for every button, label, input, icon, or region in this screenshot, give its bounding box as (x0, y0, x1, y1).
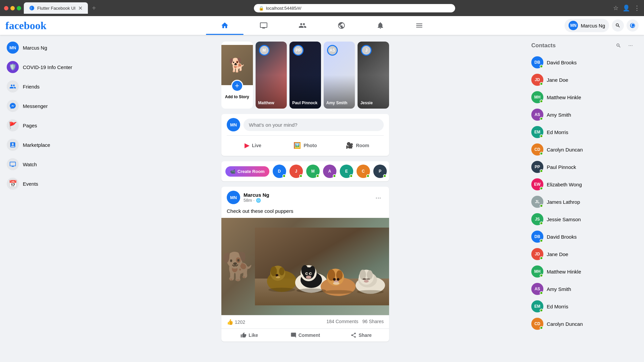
nav-friends[interactable] (284, 17, 321, 34)
contact-item[interactable]: AS Amy Smith (529, 280, 639, 298)
room-avatar-6[interactable]: C (357, 165, 370, 178)
left-sidebar: MN Marcus Ng 🛡️ COVID-19 Info Center Fri… (0, 35, 94, 362)
search-btn[interactable] (612, 19, 624, 32)
contact-online-dot (540, 222, 543, 225)
contacts-more-btn[interactable]: ··· (625, 40, 636, 51)
online-dot (333, 174, 336, 178)
nav-menu[interactable] (400, 17, 438, 34)
contact-name: Jane Doe (547, 77, 568, 83)
create-post-input[interactable]: What's on your mind? (244, 119, 384, 131)
contact-item[interactable]: JD Jane Doe (529, 245, 639, 263)
post-text: Check out these cool puppers (221, 208, 389, 218)
maximize-dot[interactable] (17, 6, 21, 10)
contact-item[interactable]: DB David Brooks (529, 228, 639, 245)
contact-online-dot (540, 239, 543, 242)
contact-avatar: CD (531, 318, 543, 330)
contact-avatar: MH (531, 265, 543, 278)
story-paul[interactable]: PP Paul Pinnock (289, 42, 321, 109)
sidebar-item-events[interactable]: 📅 Events (3, 174, 91, 193)
live-icon: ▶ (245, 142, 249, 149)
user-avatar: MN (569, 21, 578, 30)
create-post-top: MN What's on your mind? (227, 118, 384, 131)
share-btn[interactable]: Share (333, 329, 389, 342)
address-bar[interactable]: 🔒 localhost:54485/#/ (254, 4, 455, 12)
like-btn[interactable]: Like (221, 329, 277, 342)
messenger-btn[interactable] (627, 19, 639, 32)
close-dot[interactable] (4, 6, 8, 10)
post-card: MN Marcus Ng 58m · 🌐 ··· Check out these… (221, 187, 389, 342)
contact-avatar: EM (531, 126, 543, 138)
nav-watch[interactable] (245, 17, 282, 34)
tab-close-btn[interactable]: ✕ (78, 5, 83, 11)
room-avatar-1[interactable]: D (273, 165, 286, 178)
post-more-btn[interactable]: ··· (373, 192, 384, 203)
room-avatar-5[interactable]: E (340, 165, 353, 178)
profile-icon[interactable]: 👤 (623, 4, 630, 12)
globe-icon: 🌐 (256, 198, 261, 203)
svg-point-26 (337, 278, 339, 281)
browser-tab[interactable]: f Flutter Facebook UI ✕ (24, 2, 88, 14)
create-post-card: MN What's on your mind? ▶ Live 🖼️ Photo … (221, 114, 389, 156)
nav-groups[interactable] (323, 17, 360, 34)
sidebar-item-messenger[interactable]: Messenger (3, 97, 91, 115)
fb-logo[interactable]: facebook (5, 19, 86, 32)
story-add-btn[interactable]: + (231, 80, 243, 92)
contact-avatar: JD (531, 74, 543, 86)
contact-item[interactable]: DB David Brooks (529, 54, 639, 71)
contact-item[interactable]: MH Matthew Hinkle (529, 263, 639, 280)
contact-name: David Brooks (547, 60, 577, 65)
user-pill[interactable]: MN Marcus Ng (565, 19, 609, 32)
room-avatar-7[interactable]: P (373, 165, 387, 178)
contact-item[interactable]: EM Ed Morris (529, 123, 639, 141)
contact-online-dot (540, 169, 543, 173)
contact-item[interactable]: JD Jane Doe (529, 71, 639, 88)
live-action-btn[interactable]: ▶ Live (227, 139, 279, 152)
contact-item[interactable]: JS Jessie Samson (529, 210, 639, 228)
sidebar-item-marketplace[interactable]: Marketplace (3, 135, 91, 154)
story-matthew-name: Matthew (258, 101, 284, 105)
contact-item[interactable]: AS Amy Smith (529, 106, 639, 123)
contact-name: Ed Morris (547, 304, 568, 309)
nav-notifications[interactable] (362, 17, 399, 34)
story-matthew[interactable]: M Matthew (256, 42, 287, 109)
contact-avatar: EW (531, 178, 543, 190)
sidebar-item-friends[interactable]: Friends (3, 77, 91, 96)
story-jessie[interactable]: J Jessie (358, 42, 389, 109)
extensions-icon[interactable]: ⋮ (634, 4, 640, 12)
contact-name: David Brooks (547, 234, 577, 240)
sidebar-item-covid[interactable]: 🛡️ COVID-19 Info Center (3, 58, 91, 76)
room-action-btn[interactable]: 🎥 Room (331, 139, 384, 152)
contact-item[interactable]: EM Ed Morris (529, 298, 639, 315)
contact-name: Amy Smith (547, 286, 571, 292)
comment-btn[interactable]: Comment (277, 329, 333, 342)
nav-home[interactable] (206, 17, 244, 34)
photo-action-btn[interactable]: 🖼️ Photo (279, 139, 331, 152)
sidebar-item-pages[interactable]: 🚩 Pages (3, 116, 91, 135)
contact-item[interactable]: MH Matthew Hinkle (529, 88, 639, 106)
contact-item[interactable]: CD Carolyn Duncan (529, 315, 639, 333)
contacts-actions: ··· (613, 40, 636, 51)
post-image (221, 218, 389, 315)
room-label: Room (356, 143, 369, 148)
room-avatar-4[interactable]: A (323, 165, 336, 178)
post-username: Marcus Ng (244, 192, 369, 198)
sidebar-user-avatar: MN (7, 42, 19, 54)
create-room-btn[interactable]: 📹 Create Room (225, 166, 269, 177)
stories-container: 🐕 + Add to Story M Matthew PP Paul Pinno… (221, 42, 389, 109)
contacts-search-btn[interactable] (613, 40, 624, 51)
room-avatar-3[interactable]: M (306, 165, 320, 178)
story-add-card[interactable]: 🐕 + Add to Story (221, 42, 253, 109)
sidebar-item-user[interactable]: MN Marcus Ng (3, 38, 91, 57)
new-tab-btn[interactable]: + (92, 4, 96, 12)
minimize-dot[interactable] (10, 6, 15, 10)
contact-item[interactable]: EW Elizabeth Wong (529, 176, 639, 193)
contact-name: Jessie Samson (547, 217, 581, 222)
contact-item[interactable]: PP Paul Pinnock (529, 158, 639, 176)
contact-avatar: AS (531, 283, 543, 295)
sidebar-item-watch[interactable]: Watch (3, 155, 91, 174)
bookmark-icon[interactable]: ☆ (613, 4, 619, 12)
story-amy[interactable]: AS Amy Smith (324, 42, 355, 109)
contact-item[interactable]: CD Carolyn Duncan (529, 141, 639, 158)
contact-item[interactable]: JL James Lathrop (529, 193, 639, 210)
room-avatar-2[interactable]: J (289, 165, 303, 178)
